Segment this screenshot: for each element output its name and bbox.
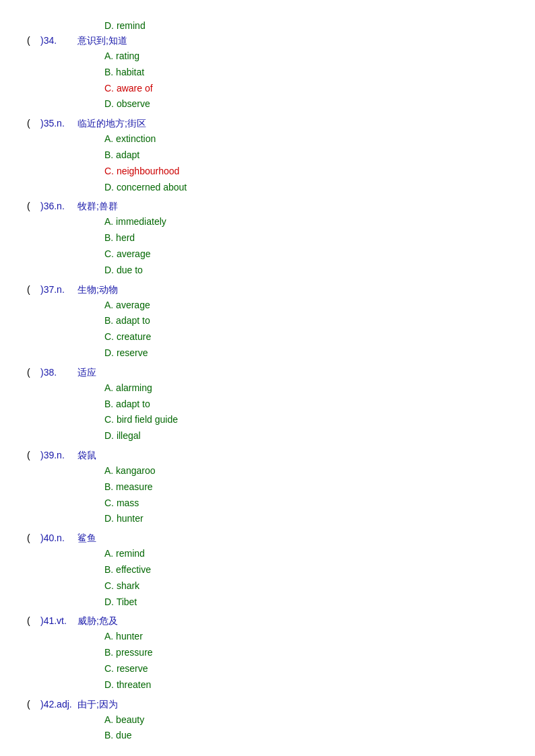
questions-container: ()34.意识到;知道A. ratingB. habitatC. aware o… [27, 35, 508, 744]
paren-left-42: ( [27, 699, 40, 710]
option-41-3: C. reserve [104, 661, 508, 677]
question-block-35: ()35.n.临近的地方;街区A. extinctionB. adaptC. n… [27, 118, 508, 195]
question-line-42: ()42.adj.由于;因为 [27, 699, 508, 711]
paren-right-34: )34. [40, 35, 77, 46]
option-39-4: D. hunter [104, 511, 508, 527]
option-37-2: B. adapt to [104, 313, 508, 329]
question-line-38: ()38.适应 [27, 367, 508, 379]
question-line-39: ()39.n.袋鼠 [27, 450, 508, 462]
paren-right-39: )39.n. [40, 450, 77, 460]
question-block-42: ()42.adj.由于;因为A. beautyB. due [27, 699, 508, 745]
quiz-container: D. remind ()34.意识到;知道A. ratingB. habitat… [0, 13, 535, 756]
option-36-3: C. average [104, 246, 508, 263]
option-39-1: A. kangaroo [104, 463, 508, 479]
options-40: A. remindB. effectiveC. sharkD. Tibet [104, 546, 508, 610]
paren-left-36: ( [27, 201, 40, 211]
paren-left-34: ( [27, 35, 40, 46]
option-36-2: B. herd [104, 230, 508, 246]
paren-right-37: )37.n. [40, 284, 77, 295]
question-text-35: 临近的地方;街区 [77, 118, 146, 130]
option-34-1: A. rating [104, 48, 508, 65]
paren-left-40: ( [27, 532, 40, 543]
question-text-36: 牧群;兽群 [77, 201, 118, 213]
option-38-2: B. adapt to [104, 397, 508, 413]
paren-right-38: )38. [40, 367, 77, 378]
option-34-3: C. aware of [104, 81, 508, 97]
option-42-2: B. due [104, 728, 508, 744]
options-39: A. kangarooB. measureC. massD. hunter [104, 463, 508, 527]
option-35-2: B. adapt [104, 147, 508, 164]
question-block-41: ()41.vt.威胁;危及A. hunterB. pressureC. rese… [27, 615, 508, 693]
option-35-1: A. extinction [104, 131, 508, 147]
option-37-1: A. average [104, 298, 508, 314]
options-37: A. averageB. adapt toC. creatureD. reser… [104, 298, 508, 362]
option-38-1: A. alarming [104, 380, 508, 397]
option-37-4: D. reserve [104, 345, 508, 362]
options-36: A. immediatelyB. herdC. averageD. due to [104, 214, 508, 278]
option-39-3: C. mass [104, 495, 508, 512]
paren-left-41: ( [27, 615, 40, 626]
option-39-2: B. measure [104, 479, 508, 495]
question-block-39: ()39.n.袋鼠A. kangarooB. measureC. massD. … [27, 450, 508, 527]
paren-left-35: ( [27, 118, 40, 129]
option-40-3: C. shark [104, 578, 508, 594]
option-34-2: B. habitat [104, 65, 508, 81]
question-line-35: ()35.n.临近的地方;街区 [27, 118, 508, 130]
option-42-1: A. beauty [104, 712, 508, 728]
option-41-1: A. hunter [104, 629, 508, 645]
paren-right-36: )36.n. [40, 201, 77, 211]
option-36-1: A. immediately [104, 214, 508, 230]
question-text-41: 威胁;危及 [77, 615, 118, 627]
question-text-42: 由于;因为 [77, 699, 118, 711]
question-line-34: ()34.意识到;知道 [27, 35, 508, 47]
question-text-34: 意识到;知道 [77, 35, 127, 47]
paren-right-41: )41.vt. [40, 615, 77, 626]
question-block-34: ()34.意识到;知道A. ratingB. habitatC. aware o… [27, 35, 508, 112]
question-block-36: ()36.n.牧群;兽群A. immediatelyB. herdC. aver… [27, 201, 508, 278]
options-41: A. hunterB. pressureC. reserveD. threate… [104, 629, 508, 693]
option-34-4: D. observe [104, 96, 508, 112]
question-text-39: 袋鼠 [77, 450, 96, 462]
option-35-4: D. concerned about [104, 180, 508, 196]
options-35: A. extinctionB. adaptC. neighbourhoodD. … [104, 131, 508, 195]
paren-left-39: ( [27, 450, 40, 460]
question-block-40: ()40.n.鲨鱼A. remindB. effectiveC. sharkD.… [27, 532, 508, 610]
question-text-38: 适应 [77, 367, 96, 379]
question-line-36: ()36.n.牧群;兽群 [27, 201, 508, 213]
option-40-4: D. Tibet [104, 594, 508, 611]
question-block-37: ()37.n.生物;动物A. averageB. adapt toC. crea… [27, 284, 508, 362]
option-41-2: B. pressure [104, 645, 508, 661]
question-block-38: ()38.适应A. alarmingB. adapt toC. bird fie… [27, 367, 508, 444]
paren-left-38: ( [27, 367, 40, 378]
option-40-2: B. effective [104, 562, 508, 578]
paren-left-37: ( [27, 284, 40, 295]
question-line-41: ()41.vt.威胁;危及 [27, 615, 508, 627]
options-38: A. alarmingB. adapt toC. bird field guid… [104, 380, 508, 444]
option-40-1: A. remind [104, 546, 508, 562]
option-41-4: D. threaten [104, 677, 508, 693]
option-37-3: C. creature [104, 329, 508, 345]
option-36-4: D. due to [104, 263, 508, 279]
question-line-40: ()40.n.鲨鱼 [27, 532, 508, 545]
question-text-37: 生物;动物 [77, 284, 118, 296]
options-34: A. ratingB. habitatC. aware ofD. observe [104, 48, 508, 112]
paren-right-35: )35.n. [40, 118, 77, 129]
d-remind-top-option: D. remind [104, 20, 508, 31]
question-text-40: 鲨鱼 [77, 532, 96, 545]
option-38-4: D. illegal [104, 428, 508, 444]
options-42: A. beautyB. due [104, 712, 508, 745]
option-35-3: C. neighbourhood [104, 164, 508, 180]
paren-right-40: )40.n. [40, 532, 77, 543]
paren-right-42: )42.adj. [40, 699, 77, 710]
option-38-3: C. bird field guide [104, 412, 508, 428]
question-line-37: ()37.n.生物;动物 [27, 284, 508, 296]
